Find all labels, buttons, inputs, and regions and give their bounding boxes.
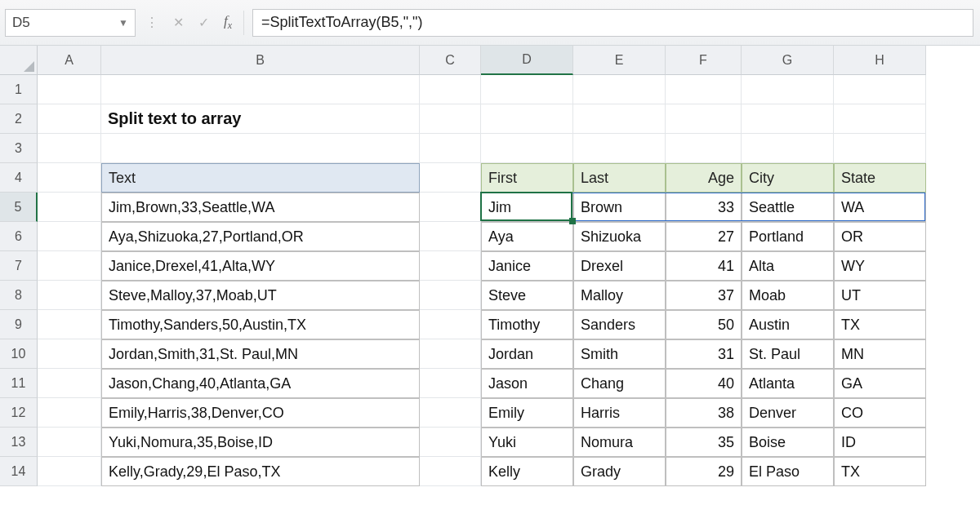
col-header-D[interactable]: D	[481, 46, 573, 75]
right-age-10[interactable]: 31	[666, 339, 742, 369]
right-state-13[interactable]: ID	[834, 428, 926, 457]
right-age-6[interactable]: 27	[666, 222, 742, 251]
right-city-13[interactable]: Boise	[742, 428, 834, 457]
cell-A14[interactable]	[38, 457, 101, 486]
cell-E1[interactable]	[573, 75, 666, 104]
name-box[interactable]: D5 ▼	[5, 9, 136, 37]
right-first-6[interactable]: Aya	[481, 222, 573, 251]
right-city-5[interactable]: Seattle	[742, 193, 834, 222]
cell-C8[interactable]	[420, 281, 481, 310]
cell-D1[interactable]	[481, 75, 573, 104]
cell-G3[interactable]	[742, 134, 834, 163]
cell-C3[interactable]	[420, 134, 481, 163]
row-header-10[interactable]: 10	[0, 339, 38, 369]
left-data-9[interactable]: Timothy,Sanders,50,Austin,TX	[101, 310, 420, 339]
right-first-10[interactable]: Jordan	[481, 339, 573, 369]
spreadsheet-grid[interactable]: ABCDEFGH12Split text to array34TextFirst…	[0, 46, 980, 486]
cell-A9[interactable]	[38, 310, 101, 339]
right-city-9[interactable]: Austin	[742, 310, 834, 339]
right-first-8[interactable]: Steve	[481, 281, 573, 310]
cell-F3[interactable]	[666, 134, 742, 163]
row-header-8[interactable]: 8	[0, 281, 38, 310]
right-city-12[interactable]: Denver	[742, 398, 834, 428]
cell-G2[interactable]	[742, 104, 834, 134]
right-state-8[interactable]: UT	[834, 281, 926, 310]
cell-G1[interactable]	[742, 75, 834, 104]
cell-C1[interactable]	[420, 75, 481, 104]
cell-D2[interactable]	[481, 104, 573, 134]
cell-F2[interactable]	[666, 104, 742, 134]
left-data-13[interactable]: Yuki,Nomura,35,Boise,ID	[101, 428, 420, 457]
cell-A11[interactable]	[38, 369, 101, 398]
right-state-9[interactable]: TX	[834, 310, 926, 339]
right-first-11[interactable]: Jason	[481, 369, 573, 398]
left-data-11[interactable]: Jason,Chang,40,Atlanta,GA	[101, 369, 420, 398]
right-last-9[interactable]: Sanders	[573, 310, 666, 339]
cell-C11[interactable]	[420, 369, 481, 398]
right-last-5[interactable]: Brown	[573, 193, 666, 222]
cell-A3[interactable]	[38, 134, 101, 163]
cell-C6[interactable]	[420, 222, 481, 251]
right-last-14[interactable]: Grady	[573, 457, 666, 486]
right-age-12[interactable]: 38	[666, 398, 742, 428]
right-state-6[interactable]: OR	[834, 222, 926, 251]
col-header-B[interactable]: B	[101, 46, 420, 75]
cell-H3[interactable]	[834, 134, 926, 163]
cell-A12[interactable]	[38, 398, 101, 428]
page-title[interactable]: Split text to array	[101, 104, 420, 134]
row-header-6[interactable]: 6	[0, 222, 38, 251]
row-header-7[interactable]: 7	[0, 251, 38, 281]
right-last-10[interactable]: Smith	[573, 339, 666, 369]
right-state-11[interactable]: GA	[834, 369, 926, 398]
right-header-city[interactable]: City	[742, 163, 834, 193]
cell-A7[interactable]	[38, 251, 101, 281]
right-header-last[interactable]: Last	[573, 163, 666, 193]
formula-input[interactable]: =SplitTextToArray(B5,",")	[252, 9, 973, 37]
col-header-G[interactable]: G	[742, 46, 834, 75]
col-header-C[interactable]: C	[420, 46, 481, 75]
left-data-8[interactable]: Steve,Malloy,37,Moab,UT	[101, 281, 420, 310]
cell-A8[interactable]	[38, 281, 101, 310]
cell-B3[interactable]	[101, 134, 420, 163]
right-city-14[interactable]: El Paso	[742, 457, 834, 486]
right-state-10[interactable]: MN	[834, 339, 926, 369]
cell-A13[interactable]	[38, 428, 101, 457]
right-last-6[interactable]: Shizuoka	[573, 222, 666, 251]
cell-B1[interactable]	[101, 75, 420, 104]
right-age-11[interactable]: 40	[666, 369, 742, 398]
cell-C9[interactable]	[420, 310, 481, 339]
right-age-8[interactable]: 37	[666, 281, 742, 310]
right-age-5[interactable]: 33	[666, 193, 742, 222]
cell-C7[interactable]	[420, 251, 481, 281]
row-header-2[interactable]: 2	[0, 104, 38, 134]
cell-C14[interactable]	[420, 457, 481, 486]
col-header-H[interactable]: H	[834, 46, 926, 75]
right-first-9[interactable]: Timothy	[481, 310, 573, 339]
cell-C13[interactable]	[420, 428, 481, 457]
enter-icon[interactable]: ✓	[198, 15, 209, 30]
row-header-11[interactable]: 11	[0, 369, 38, 398]
left-data-7[interactable]: Janice,Drexel,41,Alta,WY	[101, 251, 420, 281]
row-header-12[interactable]: 12	[0, 398, 38, 428]
right-first-14[interactable]: Kelly	[481, 457, 573, 486]
cell-H2[interactable]	[834, 104, 926, 134]
right-header-state[interactable]: State	[834, 163, 926, 193]
cell-A2[interactable]	[38, 104, 101, 134]
select-all-corner[interactable]	[0, 46, 38, 75]
right-city-10[interactable]: St. Paul	[742, 339, 834, 369]
row-header-3[interactable]: 3	[0, 134, 38, 163]
left-data-10[interactable]: Jordan,Smith,31,St. Paul,MN	[101, 339, 420, 369]
cell-C2[interactable]	[420, 104, 481, 134]
cell-A5[interactable]	[38, 193, 101, 222]
right-header-age[interactable]: Age	[666, 163, 742, 193]
right-state-5[interactable]: WA	[834, 193, 926, 222]
right-first-5[interactable]: Jim	[481, 193, 573, 222]
left-data-6[interactable]: Aya,Shizuoka,27,Portland,OR	[101, 222, 420, 251]
cell-C10[interactable]	[420, 339, 481, 369]
row-header-9[interactable]: 9	[0, 310, 38, 339]
col-header-F[interactable]: F	[666, 46, 742, 75]
cell-D3[interactable]	[481, 134, 573, 163]
col-header-E[interactable]: E	[573, 46, 666, 75]
right-age-9[interactable]: 50	[666, 310, 742, 339]
right-state-12[interactable]: CO	[834, 398, 926, 428]
